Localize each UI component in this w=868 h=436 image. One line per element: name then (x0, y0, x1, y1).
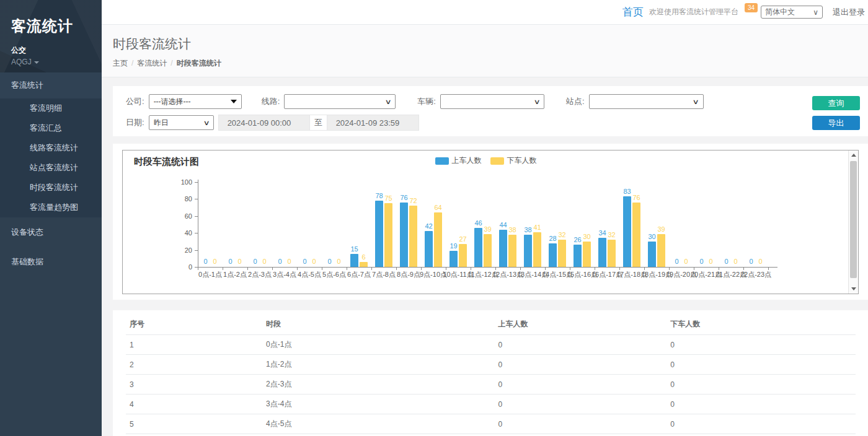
bar-上车人数-9点-10点[interactable] (425, 231, 433, 267)
bar-value-label: 72 (403, 197, 424, 204)
bar-上车人数-12点-13点[interactable] (499, 230, 507, 267)
chevron-down-icon: ∨ (533, 98, 540, 106)
scroll-up-button[interactable] (849, 150, 859, 160)
sidebar-subitem-时段客流统计[interactable]: 时段客流统计 (0, 178, 102, 198)
scrollbar-thumb[interactable] (850, 161, 857, 278)
bar-下车人数-12点-13点[interactable] (508, 235, 516, 267)
bar-上车人数-18点-19点[interactable] (648, 242, 656, 267)
filter-row-1: 公司: ---请选择--- 线路: ∨ 车辆: ∨ 站点: ∨ (126, 94, 868, 109)
bar-value-label: 41 (527, 224, 548, 231)
page-title: 时段客流统计 (113, 35, 868, 53)
bar-上车人数-15点-16点[interactable] (574, 245, 582, 267)
date-preset-value: 昨日 (154, 118, 169, 128)
date-preset-select[interactable]: 昨日 ∨ (149, 115, 214, 130)
table-row[interactable]: 54点-5点00 (126, 414, 856, 434)
logout-link[interactable]: 退出登录 (833, 7, 865, 18)
notification-badge[interactable]: 34 (745, 3, 758, 12)
language-select[interactable]: 简体中文 ∨ (761, 6, 823, 19)
sidebar-subitem-客流汇总[interactable]: 客流汇总 (0, 118, 102, 138)
bar-上车人数-14点-15点[interactable] (549, 243, 557, 267)
bar-上车人数-17点-18点[interactable] (623, 196, 631, 267)
query-button[interactable]: 查询 (812, 96, 860, 110)
table-cell: 0 (494, 414, 666, 434)
bar-下车人数-6点-7点[interactable] (360, 262, 368, 267)
home-link[interactable]: 首页 (622, 5, 644, 19)
date-from-input[interactable]: 2024-01-09 00:00 (218, 115, 309, 131)
sidebar-subitem-客流量趋势图[interactable]: 客流量趋势图 (0, 198, 102, 217)
table-row[interactable]: 43点-4点00 (126, 395, 856, 414)
bar-上车人数-16点-17点[interactable] (598, 238, 606, 267)
org-code-dropdown[interactable]: AQGJ (11, 58, 102, 66)
table-cell: 0 (494, 355, 666, 375)
bar-value-label: 6 (353, 253, 374, 261)
bar-下车人数-11点-12点[interactable] (484, 234, 492, 267)
table-row[interactable]: 65点-6点00 (126, 434, 856, 436)
bar-下车人数-8点-9点[interactable] (409, 206, 417, 267)
bar-下车人数-15点-16点[interactable] (583, 242, 591, 267)
chart-legend: 上车人数下车人数 (123, 155, 849, 166)
sidebar-item-客流统计[interactable]: 客流统计 (0, 72, 102, 98)
bar-上车人数-10点-11点[interactable] (450, 251, 458, 267)
table-row[interactable]: 21点-2点00 (126, 355, 856, 375)
bar-下车人数-10点-11点[interactable] (459, 244, 467, 267)
vehicle-label: 车辆: (417, 96, 436, 107)
sidebar-subitem-线路客流统计[interactable]: 线路客流统计 (0, 138, 102, 158)
x-axis-line (198, 267, 777, 268)
table-header-下车人数: 下车人数 (666, 314, 856, 335)
bar-下车人数-17点-18点[interactable] (632, 203, 640, 267)
bar-下车人数-18点-19点[interactable] (657, 234, 665, 267)
table-header-序号: 序号 (126, 314, 262, 335)
breadcrumb-item-主页[interactable]: 主页 (113, 59, 128, 68)
table-cell: 0 (666, 434, 856, 436)
y-axis-tick (195, 216, 198, 217)
sidebar-subitem-客流明细[interactable]: 客流明细 (0, 98, 102, 118)
hourly-traffic-chart: 时段车流统计图 上车人数下车人数 0204060801000点-1点001点-2… (122, 150, 859, 294)
date-to-input[interactable]: 2024-01-09 23:59 (327, 115, 419, 131)
chart-scrollbar[interactable] (848, 150, 858, 294)
bar-上车人数-8点-9点[interactable] (400, 203, 408, 267)
bar-value-label: 39 (651, 225, 672, 233)
table-cell: 4 (126, 395, 262, 414)
x-axis-label: 22点-23点 (736, 270, 776, 279)
breadcrumb-item-客流统计[interactable]: 客流统计 (137, 59, 167, 68)
bar-下车人数-14点-15点[interactable] (558, 240, 566, 267)
bar-下车人数-7点-8点[interactable] (384, 203, 392, 267)
org-name: 公交 (11, 45, 102, 56)
legend-item-上车人数[interactable]: 上车人数 (435, 155, 482, 166)
bar-上车人数-7点-8点[interactable] (375, 201, 383, 267)
line-select[interactable]: ∨ (284, 94, 396, 109)
export-button[interactable]: 导出 (812, 116, 860, 130)
filter-row-2: 日期: 昨日 ∨ 2024-01-09 00:00 至 2024-01-09 2… (126, 115, 868, 130)
bar-下车人数-9点-10点[interactable] (434, 212, 442, 267)
sidebar-subitem-站点客流统计[interactable]: 站点客流统计 (0, 158, 102, 178)
company-label: 公司: (126, 96, 144, 107)
scroll-down-button[interactable] (849, 284, 859, 294)
table-row[interactable]: 10点-1点00 (126, 335, 856, 355)
y-axis-tick-label: 0 (174, 263, 192, 271)
bar-value-label: 76 (626, 194, 647, 201)
chevron-down-icon: ∨ (693, 98, 699, 106)
bar-上车人数-11点-12点[interactable] (474, 228, 482, 267)
company-select[interactable]: ---请选择--- (149, 94, 242, 109)
topbar: 首页 欢迎使用客流统计管理平台 34 简体中文 ∨ 退出登录 (102, 0, 868, 25)
sidebar-item-设备状态[interactable]: 设备状态 (0, 217, 102, 247)
legend-item-下车人数[interactable]: 下车人数 (490, 155, 537, 166)
table-cell: 3 (126, 375, 262, 395)
table-row[interactable]: 32点-3点00 (126, 375, 856, 395)
station-select[interactable]: ∨ (589, 94, 704, 109)
bar-value-label: 32 (601, 231, 622, 238)
arrow-down-icon (851, 287, 856, 290)
arrow-up-icon (851, 154, 856, 157)
y-axis-tick-label: 100 (174, 178, 192, 186)
sidebar-item-基础数据[interactable]: 基础数据 (0, 247, 102, 277)
breadcrumb-separator: / (131, 59, 133, 68)
vehicle-select[interactable]: ∨ (440, 94, 544, 109)
bar-value-label: 15 (344, 245, 365, 253)
company-select-value: ---请选择--- (154, 97, 191, 107)
bar-value-label: 0 (750, 258, 771, 265)
bar-下车人数-13点-14点[interactable] (533, 232, 541, 267)
sidebar-header: 客流统计 公交 AQGJ (0, 0, 102, 72)
bar-上车人数-13点-14点[interactable] (524, 235, 532, 267)
filter-panel: 公司: ---请选择--- 线路: ∨ 车辆: ∨ 站点: ∨ 日期: (113, 86, 868, 136)
bar-下车人数-16点-17点[interactable] (608, 240, 616, 267)
